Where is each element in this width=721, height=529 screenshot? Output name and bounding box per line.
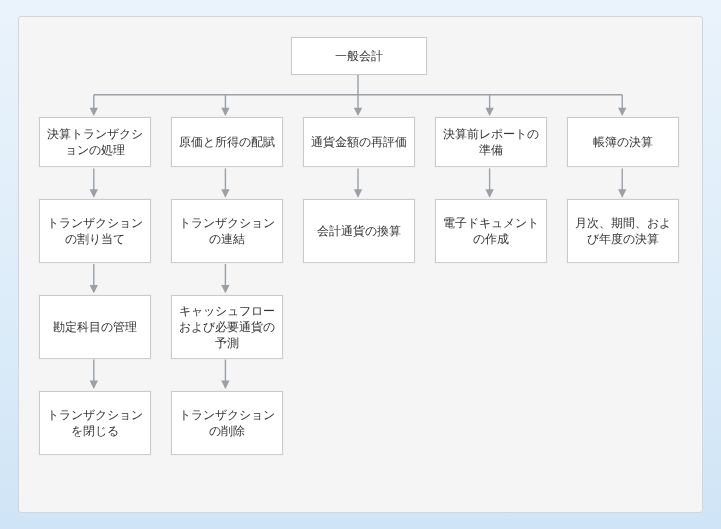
node-c1-r1: キャッシュフローおよび必要通貨の予測 — [171, 295, 283, 359]
node-head-2: 通貨金額の再評価 — [303, 117, 415, 167]
node-head-0: 決算トランザクションの処理 — [39, 117, 151, 167]
node-c0-r0: トランザクションの割り当て — [39, 199, 151, 263]
node-c1-r2: トランザクションの削除 — [171, 391, 283, 455]
diagram-panel: 一般会計 決算トランザクションの処理 原価と所得の配賦 通貨金額の再評価 決算前… — [18, 16, 703, 513]
node-c3-r0: 電子ドキュメントの作成 — [435, 199, 547, 263]
node-c4-r0: 月次、期間、および年度の決算 — [567, 199, 679, 263]
node-head-4: 帳簿の決算 — [567, 117, 679, 167]
node-c1-r0: トランザクションの連結 — [171, 199, 283, 263]
node-c2-r0: 会計通貨の換算 — [303, 199, 415, 263]
node-root: 一般会計 — [291, 37, 427, 75]
node-c0-r1: 勘定科目の管理 — [39, 295, 151, 359]
node-c0-r2: トランザクションを閉じる — [39, 391, 151, 455]
node-head-3: 決算前レポートの準備 — [435, 117, 547, 167]
node-head-1: 原価と所得の配賦 — [171, 117, 283, 167]
